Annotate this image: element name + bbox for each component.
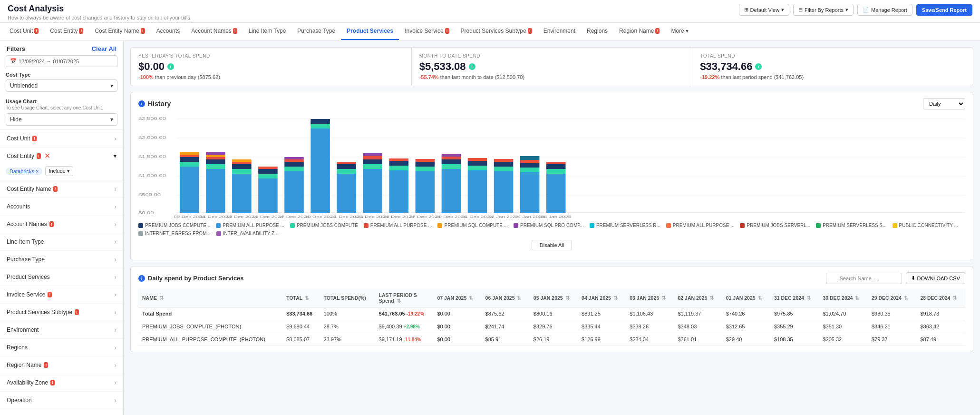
sidebar-item-product-services-subtype[interactable]: Product Services Subtype ! ›	[0, 304, 123, 321]
remove-icon[interactable]: ✕	[44, 151, 50, 160]
svg-rect-63	[416, 167, 435, 171]
svg-rect-29	[232, 159, 252, 162]
tab-cost-entity-name[interactable]: Cost Entity Name !	[89, 23, 150, 40]
header-left: Cost Analysis How to always be aware of …	[8, 4, 192, 20]
search-input[interactable]	[826, 273, 902, 284]
cost-type-select[interactable]: Unblended ▾	[6, 79, 117, 92]
usage-chart-hide-select[interactable]: Hide ▾	[6, 113, 117, 126]
filters-label: Filters	[7, 45, 25, 52]
svg-rect-84	[520, 168, 540, 172]
row-total: $9,680.44	[282, 320, 320, 333]
tab-invoice-service[interactable]: Invoice Service !	[399, 23, 455, 40]
cost-entity-header[interactable]: Cost Entity ! ✕ ▾	[6, 148, 117, 164]
chevron-right-icon: ›	[114, 326, 116, 334]
granularity-select[interactable]: Daily Weekly Monthly	[923, 98, 965, 109]
manage-report-button[interactable]: 📄 Manage Report	[857, 4, 912, 16]
row-total: $33,734.66	[282, 307, 320, 320]
chevron-right-icon: ›	[114, 291, 116, 298]
col-07jan[interactable]: 07 JAN 2025 ⇅	[433, 289, 481, 307]
tab-purchase-type[interactable]: Purchase Type	[291, 23, 341, 40]
default-view-button[interactable]: ⊞ Default View ▾	[739, 4, 790, 16]
sort-icon: ⇅	[952, 295, 957, 301]
col-30dec[interactable]: 30 DEC 2024 ⇅	[819, 289, 868, 307]
disable-all-button[interactable]: Disable All	[532, 240, 572, 250]
usage-chart-section: Usage Chart To see Usage Chart, select a…	[0, 96, 123, 130]
sidebar-item-environment[interactable]: Environment ›	[0, 321, 123, 339]
sidebar-item-invoice-service[interactable]: Invoice Service ! ›	[0, 286, 123, 304]
tab-product-services[interactable]: Product Services	[341, 23, 399, 40]
tab-regions[interactable]: Regions	[581, 23, 613, 40]
save-send-report-button[interactable]: Save/Send Report	[916, 4, 972, 16]
tab-product-services-subtype[interactable]: Product Services Subtype !	[455, 23, 538, 40]
chevron-down-icon: ▾	[67, 168, 70, 174]
svg-rect-46	[337, 174, 356, 213]
svg-rect-23	[206, 152, 225, 155]
svg-rect-87	[520, 156, 540, 160]
row-name: PREMIUM_JOBS_COMPUTE_(PHOTON)	[138, 320, 282, 333]
sidebar-item-availability-zone[interactable]: Availability Zone ! ›	[0, 374, 123, 392]
metric-month-to-date: MONTH TO DATE SPEND $5,533.08 i -55.74% …	[412, 48, 693, 86]
sidebar-item-region-name[interactable]: Region Name ! ›	[0, 356, 123, 374]
chevron-down-icon: ▾	[686, 28, 689, 34]
chevron-right-icon: ›	[114, 379, 116, 386]
svg-rect-22	[206, 155, 225, 157]
svg-rect-76	[468, 158, 487, 161]
col-28dec[interactable]: 28 DEC 2024 ⇅	[916, 289, 965, 307]
col-02jan[interactable]: 02 JAN 2025 ⇅	[674, 289, 722, 307]
tab-region-name[interactable]: Region Name !	[613, 23, 665, 40]
col-29dec[interactable]: 29 DEC 2024 ⇅	[868, 289, 917, 307]
include-select[interactable]: Include ▾	[45, 166, 73, 176]
sidebar-item-cost-entity-name[interactable]: Cost Entity Name ! ›	[0, 180, 123, 198]
col-06jan[interactable]: 06 JAN 2025 ⇅	[482, 289, 530, 307]
sort-icon: ⇅	[758, 295, 762, 301]
svg-rect-26	[232, 169, 252, 174]
tab-cost-entity[interactable]: Cost Entity !	[44, 23, 89, 40]
filter-by-reports-button[interactable]: ⊟ Filter By Reports ▾	[793, 4, 854, 16]
download-csv-button[interactable]: ⬇ DOWNLOAD CSV	[906, 272, 965, 284]
svg-text:$2,000.00: $2,000.00	[138, 135, 166, 140]
sidebar-item-product-services[interactable]: Product Services ›	[0, 268, 123, 286]
sidebar-item-regions[interactable]: Regions ›	[0, 339, 123, 356]
tab-more[interactable]: More ▾	[665, 23, 694, 40]
svg-rect-62	[416, 171, 435, 213]
download-icon: ⬇	[911, 275, 915, 281]
col-05jan[interactable]: 05 JAN 2025 ⇅	[530, 289, 578, 307]
col-name[interactable]: NAME ⇅	[138, 289, 282, 307]
row-pct: 100%	[320, 307, 375, 320]
svg-rect-52	[363, 164, 382, 169]
sidebar-item-accounts[interactable]: Accounts ›	[0, 198, 123, 216]
tab-line-item-type[interactable]: Line Item Type	[243, 23, 292, 40]
tab-account-names[interactable]: Account Names !	[185, 23, 243, 40]
sort-icon: ⇅	[469, 295, 473, 301]
date-range-input[interactable]: 📅 12/09/2024 → 01/07/2025	[6, 55, 117, 67]
search-wrapper	[826, 273, 902, 284]
col-01jan[interactable]: 01 JAN 2025 ⇅	[722, 289, 770, 307]
tab-accounts[interactable]: Accounts	[151, 23, 185, 40]
svg-rect-91	[546, 164, 566, 169]
col-total-pct[interactable]: TOTAL SPEND(%)	[320, 289, 375, 307]
svg-rect-43	[310, 124, 330, 128]
col-31dec[interactable]: 31 DEC 2024 ⇅	[770, 289, 819, 307]
svg-rect-65	[416, 159, 435, 162]
svg-text:$1,000.00: $1,000.00	[138, 173, 166, 178]
sidebar-item-cost-unit[interactable]: Cost Unit ! ›	[0, 130, 123, 148]
sort-icon: ⇅	[517, 295, 521, 301]
tab-cost-unit[interactable]: Cost Unit !	[4, 23, 44, 40]
sidebar-item-account-names[interactable]: Account Names ! ›	[0, 216, 123, 233]
svg-rect-48	[337, 164, 356, 169]
svg-rect-25	[232, 174, 252, 213]
usage-chart-hint: To see Usage Chart, select any one Cost …	[6, 105, 117, 110]
table-scroll-container[interactable]: NAME ⇅ TOTAL ⇅ TOTAL SPEND(%) LAST PERIO…	[138, 289, 965, 346]
sidebar-item-purchase-type[interactable]: Purchase Type ›	[0, 251, 123, 268]
col-04jan[interactable]: 04 JAN 2025 ⇅	[578, 289, 626, 307]
col-03jan[interactable]: 03 JAN 2025 ⇅	[626, 289, 674, 307]
sidebar-item-operation[interactable]: Operation ›	[0, 392, 123, 409]
tab-environment[interactable]: Environment	[538, 23, 581, 40]
chevron-right-icon: ›	[114, 361, 116, 369]
close-icon[interactable]: ×	[36, 168, 39, 174]
col-total[interactable]: TOTAL ⇅	[282, 289, 320, 307]
info-icon: i	[755, 63, 762, 70]
sidebar-item-line-item-type[interactable]: Line Item Type ›	[0, 233, 123, 251]
col-last-period[interactable]: LAST PERIOD'SSpend ⇅	[375, 289, 434, 307]
clear-all-button[interactable]: Clear All	[92, 45, 116, 52]
